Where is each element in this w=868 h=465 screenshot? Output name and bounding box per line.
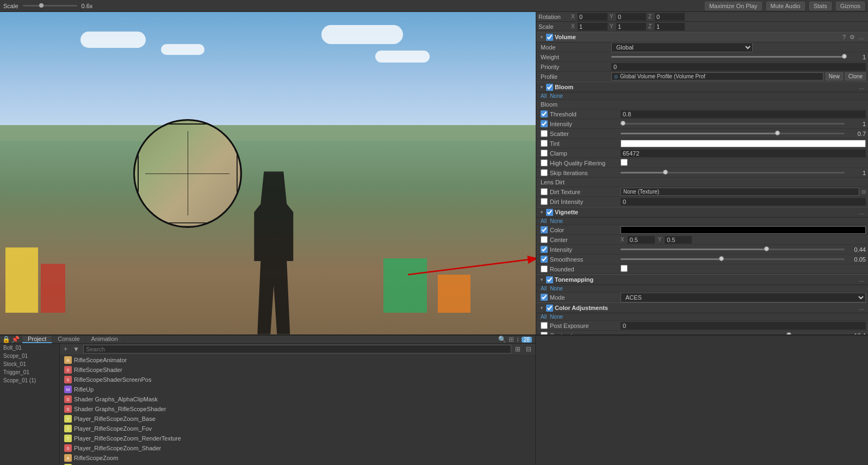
project-item-7[interactable]: T Player_RifleScopeZoom_Fov	[60, 424, 535, 433]
bloom-intensity-slider[interactable]	[621, 123, 845, 125]
tonemapping-mode-dropdown[interactable]: ACES None Neutral	[621, 293, 866, 302]
color-adj-none-link[interactable]: None	[550, 314, 563, 320]
project-item-9[interactable]: S Player_RifleScopeZoom_Shader	[60, 443, 535, 453]
vignette-overflow-icon[interactable]: …	[858, 208, 866, 216]
post-exposure-input[interactable]	[621, 322, 866, 330]
tonemapping-overflow-icon[interactable]: …	[858, 276, 866, 283]
dirt-texture-asset-btn[interactable]: None (Texture)	[621, 188, 859, 196]
bloom-threshold-checkbox[interactable]	[541, 110, 548, 117]
bloom-clamp-checkbox[interactable]	[541, 150, 548, 157]
dirt-texture-expand-icon[interactable]: ⊙	[861, 189, 866, 195]
bloom-tint-swatch[interactable]	[621, 140, 866, 147]
volume-weight-slider[interactable]	[611, 56, 845, 58]
maximize-on-play-btn[interactable]: Maximize On Play	[705, 2, 762, 10]
volume-priority-input[interactable]	[611, 63, 866, 71]
bloom-intensity-checkbox[interactable]	[541, 120, 548, 127]
color-adj-all-link[interactable]: All	[541, 314, 547, 320]
project-filter-btn[interactable]: ⊟	[524, 345, 533, 354]
sidebar-item-stock[interactable]: Stock_01	[0, 360, 59, 368]
vignette-center-x-input[interactable]	[628, 236, 655, 244]
bottom-filter-icon[interactable]: ⊞	[509, 336, 514, 343]
vignette-intensity-checkbox[interactable]	[541, 246, 548, 253]
rotation-z-input[interactable]	[655, 13, 685, 21]
sidebar-item-scope2[interactable]: Scope_01 (1)	[0, 376, 59, 385]
vignette-smoothness-checkbox[interactable]	[541, 256, 548, 263]
bloom-enable-checkbox[interactable]	[546, 84, 553, 91]
scale-slider[interactable]	[23, 5, 77, 7]
scale-x-input[interactable]	[578, 23, 607, 30]
project-item-3[interactable]: M RifleUp	[60, 385, 535, 394]
volume-mode-dropdown[interactable]: Global Local	[611, 42, 753, 52]
animation-tab[interactable]: Animation	[86, 336, 124, 343]
volume-settings-icon[interactable]: ⚙	[848, 33, 856, 41]
bloom-skip-iterations-checkbox[interactable]	[541, 169, 548, 176]
vignette-smoothness-slider[interactable]	[621, 258, 845, 260]
project-item-0[interactable]: A RifleScopeAnimator	[60, 355, 535, 365]
sidebar-item-trigger[interactable]: Trigger_01	[0, 368, 59, 376]
bottom-search-icon[interactable]: 🔍	[498, 336, 506, 343]
volume-enable-checkbox[interactable]	[546, 34, 553, 41]
bloom-threshold-input[interactable]	[621, 110, 866, 118]
sidebar-item-scope[interactable]: Scope_01	[0, 352, 59, 360]
vignette-header[interactable]: Vignette …	[536, 207, 868, 218]
tonemapping-mode-checkbox[interactable]	[541, 294, 548, 301]
rotation-x-input[interactable]	[578, 13, 607, 21]
bloom-hq-filtering-checkbox[interactable]	[541, 159, 548, 166]
sidebar-item-bolt[interactable]: Bolt_01	[0, 344, 59, 352]
volume-component-header[interactable]: Volume ? ⚙ …	[536, 32, 868, 42]
vignette-enable-checkbox[interactable]	[546, 209, 553, 216]
color-adj-overflow-icon[interactable]: …	[858, 304, 866, 312]
bloom-all-link[interactable]: All	[541, 93, 547, 99]
project-item-11[interactable]: T RifleScopeZoomRenderTexture	[60, 463, 535, 465]
color-adj-enable-checkbox[interactable]	[546, 305, 553, 312]
volume-overflow-icon[interactable]: …	[858, 33, 866, 41]
bloom-tint-checkbox[interactable]	[541, 140, 548, 147]
gizmos-btn[interactable]: Gizmos	[836, 2, 865, 10]
project-item-1[interactable]: S RifleScopeShader	[60, 365, 535, 375]
rotation-y-input[interactable]	[616, 13, 646, 21]
bloom-header[interactable]: Bloom …	[536, 82, 868, 92]
project-item-5[interactable]: S Shader Graphs_RifleScopeShader	[60, 404, 535, 414]
add-asset-btn[interactable]: +	[62, 345, 69, 354]
volume-profile-clone-btn[interactable]: Clone	[845, 72, 866, 80]
bloom-overflow-icon[interactable]: …	[858, 83, 866, 91]
project-item-10[interactable]: A RifleScopeZoom	[60, 453, 535, 463]
volume-help-icon[interactable]: ?	[841, 33, 847, 41]
inspector-panel[interactable]: Rotation X Y Z Scale	[536, 12, 868, 334]
vignette-rounded-checkbox[interactable]	[541, 265, 548, 272]
bloom-hq-filtering-value-checkbox[interactable]	[621, 159, 628, 166]
vignette-center-checkbox[interactable]	[541, 236, 548, 243]
project-tab[interactable]: Project	[22, 336, 52, 343]
tonemapping-enable-checkbox[interactable]	[546, 276, 553, 283]
asset-options-btn[interactable]: ▼	[71, 345, 81, 354]
bloom-scatter-checkbox[interactable]	[541, 130, 548, 137]
tonemapping-all-link[interactable]: All	[541, 286, 547, 292]
vignette-all-link[interactable]: All	[541, 218, 547, 224]
project-item-4[interactable]: S Shader Graphs_AlphaClipMask	[60, 394, 535, 404]
project-view-toggle-btn[interactable]: ⊞	[513, 345, 522, 354]
vignette-none-link[interactable]: None	[550, 218, 563, 224]
dirt-intensity-input[interactable]	[621, 198, 866, 206]
vignette-center-y-input[interactable]	[665, 236, 692, 244]
bottom-sort-icon[interactable]: ↕	[516, 336, 519, 343]
project-search-input[interactable]	[83, 345, 511, 354]
vignette-color-swatch[interactable]	[621, 226, 866, 234]
color-adjustments-header[interactable]: Color Adjustments …	[536, 302, 868, 313]
volume-profile-asset-btn[interactable]: ⊙ Global Volume Profile (Volume Prof	[611, 72, 823, 80]
project-item-2[interactable]: S RifleScopeShaderScreenPos	[60, 375, 535, 385]
dirt-intensity-checkbox[interactable]	[541, 198, 548, 205]
vignette-rounded-value-checkbox[interactable]	[621, 265, 628, 272]
vignette-color-checkbox[interactable]	[541, 226, 548, 233]
project-item-6[interactable]: T Player_RifleScopeZoom_Base	[60, 414, 535, 424]
tonemapping-header[interactable]: Tonemapping …	[536, 274, 868, 285]
bottom-lock-icon[interactable]: 🔒	[2, 336, 10, 343]
mute-audio-btn[interactable]: Mute Audio	[766, 2, 805, 10]
scale-y-input[interactable]	[616, 23, 646, 30]
bloom-skip-slider[interactable]	[621, 172, 845, 173]
console-tab[interactable]: Console	[52, 336, 85, 343]
project-item-8[interactable]: T Player_RifleScopeZoom_RenderTexture	[60, 433, 535, 443]
volume-profile-new-btn[interactable]: New	[826, 72, 843, 80]
bloom-clamp-input[interactable]	[621, 150, 866, 157]
dirt-texture-checkbox[interactable]	[541, 188, 548, 195]
scale-z-input[interactable]	[655, 23, 685, 30]
